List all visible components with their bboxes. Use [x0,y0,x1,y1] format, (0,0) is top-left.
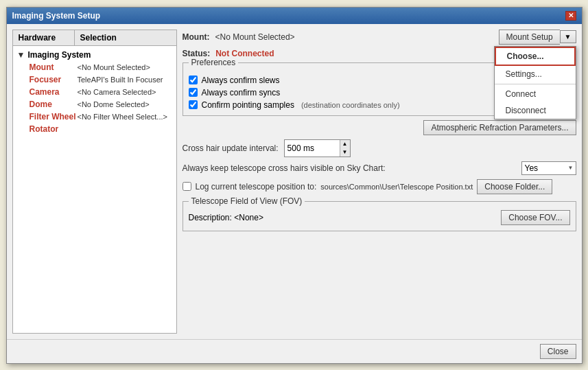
crosshair-spinbox: ▲ ▼ [284,139,351,157]
list-item[interactable]: Filter Wheel <No Filter Wheel Select...> [13,111,176,123]
fov-box: Telescope Field of View (FOV) Descriptio… [183,201,576,231]
mount-label: Mount: [183,32,210,42]
mount-setup-container: Mount Setup ▼ Choose... Settings... Conn… [499,30,576,45]
sky-chart-select-wrapper: Yes No [521,161,576,175]
left-panel-header: Hardware Selection [13,30,176,46]
fov-desc-label: Description: <None> [189,213,263,222]
mount-setup-dropdown-arrow[interactable]: ▼ [560,30,576,43]
status-label: Status: [183,49,211,58]
dropdown-item-disconnect[interactable]: Disconnect [495,102,576,119]
list-item[interactable]: Dome <No Dome Selected> [13,98,176,111]
left-panel: Hardware Selection ▼ Imaging System Moun… [12,30,177,334]
dropdown-item-settings[interactable]: Settings... [495,66,576,82]
item-name-mount: Mount [30,62,78,72]
title-bar: Imaging System Setup ✕ [7,8,582,24]
window-title: Imaging System Setup [12,11,101,21]
pref-label-pointing: Confirm pointing samples [202,100,294,110]
list-item[interactable]: Rotator [13,123,176,135]
preferences-title: Preferences [189,58,239,67]
list-item[interactable]: Mount <No Mount Selected> [13,61,176,73]
content-area: Hardware Selection ▼ Imaging System Moun… [7,24,582,339]
selection-column-header: Selection [75,30,176,45]
pref-label-pointing-extra: (destination coordinates only) [301,101,400,109]
mount-row: Mount: <No Mount Selected> Mount Setup ▼… [183,30,576,45]
log-label: Log current telescope position to: [196,182,317,192]
choose-fov-button[interactable]: Choose FOV... [501,210,569,225]
sky-chart-label: Always keep telescope cross hairs visibl… [183,163,516,173]
item-name-filter-wheel: Filter Wheel [30,112,78,122]
atm-btn-row: Atmospheric Refraction Parameters... [183,120,576,135]
crosshair-spin-down[interactable]: ▼ [340,148,350,157]
main-window: Imaging System Setup ✕ Hardware Selectio… [6,7,583,364]
tree-root-label: Imaging System [27,50,91,60]
item-value-focuser: TeleAPI's Built In Focuser [78,76,163,84]
pref-label-syncs: Always confirm syncs [202,88,281,97]
item-value-mount: <No Mount Selected> [78,63,150,71]
crosshair-spin-up[interactable]: ▲ [340,140,350,148]
close-button[interactable]: Close [540,344,576,359]
mount-value: <No Mount Selected> [215,32,493,42]
item-name-rotator: Rotator [30,124,78,134]
fov-title: Telescope Field of View (FOV) [189,196,305,206]
pref-checkbox-slews[interactable] [189,76,198,84]
choose-folder-button[interactable]: Choose Folder... [477,179,552,194]
dropdown-item-choose[interactable]: Choose... [495,47,576,66]
right-panel: Mount: <No Mount Selected> Mount Setup ▼… [183,30,576,334]
item-name-focuser: Focuser [30,75,78,84]
footer: Close [7,339,582,363]
pref-checkbox-pointing[interactable] [189,100,198,109]
crosshair-row: Cross hair update interval: ▲ ▼ [183,139,576,157]
dropdown-item-connect[interactable]: Connect [495,86,576,102]
crosshair-label: Cross hair update interval: [183,143,279,153]
item-value-filter-wheel: <No Filter Wheel Select...> [78,113,167,121]
crosshair-spinbox-buttons: ▲ ▼ [340,140,350,157]
pref-label-slews: Always confirm slews [202,76,280,85]
tree-section: ▼ Imaging System Mount <No Mount Selecte… [13,46,176,138]
item-name-camera: Camera [30,87,78,97]
window-close-button[interactable]: ✕ [565,11,576,21]
item-name-dome: Dome [30,100,78,109]
tree-arrow-icon: ▼ [17,50,25,60]
mount-setup-split-button: Mount Setup ▼ [499,30,576,45]
mount-setup-dropdown-menu: Choose... Settings... Connect Disconnect [494,46,576,119]
list-item[interactable]: Camera <No Camera Selected> [13,86,176,98]
log-row: Log current telescope position to: sourc… [183,179,576,194]
crosshair-input[interactable] [285,140,340,157]
log-checkbox[interactable] [183,182,191,191]
fov-row: Description: <None> Choose FOV... [189,210,570,225]
list-item[interactable]: Focuser TeleAPI's Built In Focuser [13,73,176,86]
sky-chart-select[interactable]: Yes No [521,161,576,175]
sky-chart-row: Always keep telescope cross hairs visibl… [183,161,576,175]
fov-desc-value: <None> [234,213,263,222]
dropdown-divider [495,84,576,84]
fov-desc-label-text: Description: [189,213,232,222]
mount-setup-button[interactable]: Mount Setup [499,30,560,45]
item-value-dome: <No Dome Selected> [78,100,150,108]
log-path: sources\Common\User\Telescope Position.t… [320,183,473,191]
tree-root: ▼ Imaging System [13,49,176,61]
item-value-camera: <No Camera Selected> [78,88,156,96]
pref-checkbox-syncs[interactable] [189,88,198,97]
atmospheric-refraction-button[interactable]: Atmospheric Refraction Parameters... [423,120,576,135]
status-value: Not Connected [215,49,274,58]
hardware-column-header: Hardware [13,30,75,45]
